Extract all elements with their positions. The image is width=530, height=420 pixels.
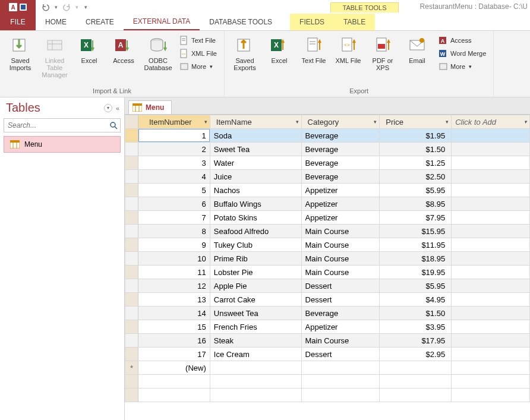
tab-create[interactable]: CREATE: [76, 14, 124, 30]
row-selector[interactable]: [125, 170, 138, 184]
table-row[interactable]: 15French FriesAppetizer$3.95: [125, 320, 530, 334]
table-row[interactable]: 2Sweet TeaBeverage$1.50: [125, 143, 530, 156]
cell-itemname[interactable]: Soda: [210, 129, 301, 143]
cell-category[interactable]: Beverage: [301, 307, 380, 320]
cell-itemname[interactable]: Sweet Tea: [210, 143, 301, 156]
cell-empty[interactable]: [452, 334, 530, 348]
cell-price[interactable]: [380, 361, 452, 375]
import-more-button[interactable]: More▾: [177, 61, 219, 72]
import-excel-button[interactable]: X Excel: [72, 33, 106, 67]
cell-category[interactable]: Appetizer: [301, 197, 380, 211]
cell-itemnumber[interactable]: 11: [138, 266, 210, 279]
tab-table[interactable]: TABLE: [334, 14, 375, 30]
cell-empty[interactable]: [452, 307, 530, 320]
export-pdf-xps-button[interactable]: PDF or XPS: [366, 33, 399, 74]
tab-file[interactable]: FILE: [0, 14, 36, 30]
cell-category[interactable]: Main Course: [301, 225, 380, 238]
cell-itemnumber[interactable]: (New): [138, 361, 210, 375]
table-row[interactable]: 12Apple PieDessert$5.95: [125, 279, 530, 293]
cell-itemnumber[interactable]: 17: [138, 348, 210, 361]
table-row[interactable]: 17Ice CreamDessert$2.95: [125, 348, 530, 361]
row-selector[interactable]: [125, 320, 138, 334]
cell-itemname[interactable]: Apple Pie: [210, 279, 301, 293]
row-selector[interactable]: [125, 252, 138, 266]
search-icon[interactable]: [107, 119, 120, 132]
column-header-price[interactable]: Price▾: [380, 115, 452, 129]
column-header-itemnumber[interactable]: ItemNumber▾: [138, 115, 210, 129]
table-row[interactable]: 6Buffalo WingsAppetizer$8.95: [125, 197, 530, 211]
nav-filter-icon[interactable]: ▾: [104, 104, 112, 112]
cell-category[interactable]: Appetizer: [301, 184, 380, 197]
row-selector[interactable]: [125, 293, 138, 307]
tab-fields[interactable]: FIELDS: [290, 14, 334, 30]
nav-pane-title[interactable]: Tables: [6, 101, 40, 115]
row-selector[interactable]: [125, 143, 138, 156]
column-dropdown-icon[interactable]: ▾: [374, 119, 377, 125]
cell-itemnumber[interactable]: 1: [138, 129, 210, 143]
table-row[interactable]: 1SodaBeverage$1.95: [125, 129, 530, 143]
cell-price[interactable]: $1.50: [380, 307, 452, 320]
cell-category[interactable]: Dessert: [301, 293, 380, 307]
cell-itemname[interactable]: Carrot Cake: [210, 293, 301, 307]
export-word-merge-button[interactable]: W Word Merge: [436, 48, 488, 59]
row-selector[interactable]: [125, 156, 138, 170]
cell-itemname[interactable]: Lobster Pie: [210, 266, 301, 279]
table-row[interactable]: 14Unsweet TeaBeverage$1.50: [125, 307, 530, 320]
row-selector[interactable]: [125, 334, 138, 348]
table-row[interactable]: 8Seafood AlfredoMain Course$15.95: [125, 225, 530, 238]
cell-category[interactable]: Beverage: [301, 143, 380, 156]
saved-exports-button[interactable]: Saved Exports: [228, 33, 261, 74]
cell-category[interactable]: Main Course: [301, 252, 380, 266]
cell-empty[interactable]: [452, 361, 530, 375]
row-selector[interactable]: [125, 266, 138, 279]
tab-home[interactable]: HOME: [36, 14, 76, 30]
undo-dropdown-icon[interactable]: ▾: [55, 4, 58, 10]
cell-itemname[interactable]: Unsweet Tea: [210, 307, 301, 320]
nav-search-input[interactable]: [4, 119, 107, 131]
table-row[interactable]: 5NachosAppetizer$5.95: [125, 184, 530, 197]
cell-empty[interactable]: [452, 225, 530, 238]
cell-itemnumber[interactable]: 12: [138, 279, 210, 293]
row-selector[interactable]: [125, 238, 138, 252]
cell-empty[interactable]: [452, 266, 530, 279]
cell-itemname[interactable]: Nachos: [210, 184, 301, 197]
cell-category[interactable]: Appetizer: [301, 211, 380, 225]
export-email-button[interactable]: Email: [400, 33, 434, 67]
new-row[interactable]: *(New): [125, 361, 530, 375]
export-more-button[interactable]: More▾: [436, 61, 488, 72]
cell-empty[interactable]: [452, 320, 530, 334]
row-selector[interactable]: [125, 129, 138, 143]
import-access-button[interactable]: A Access: [107, 33, 140, 67]
cell-itemname[interactable]: Tukey Club: [210, 238, 301, 252]
table-row[interactable]: 13Carrot CakeDessert$4.95: [125, 293, 530, 307]
import-text-file-button[interactable]: Text File: [177, 34, 219, 46]
cell-empty[interactable]: [452, 129, 530, 143]
cell-itemnumber[interactable]: 16: [138, 334, 210, 348]
nav-item-menu[interactable]: Menu: [4, 136, 121, 153]
cell-category[interactable]: Beverage: [301, 129, 380, 143]
row-selector[interactable]: [125, 307, 138, 320]
table-row[interactable]: 3WaterBeverage$1.25: [125, 156, 530, 170]
row-selector[interactable]: [125, 225, 138, 238]
cell-itemname[interactable]: Seafood Alfredo: [210, 225, 301, 238]
cell-price[interactable]: $5.95: [380, 184, 452, 197]
cell-price[interactable]: $19.95: [380, 266, 452, 279]
redo-dropdown-icon[interactable]: ▾: [75, 4, 78, 10]
cell-empty[interactable]: [452, 348, 530, 361]
cell-itemnumber[interactable]: 9: [138, 238, 210, 252]
save-icon[interactable]: [20, 4, 27, 11]
cell-empty[interactable]: [452, 170, 530, 184]
cell-itemnumber[interactable]: 15: [138, 320, 210, 334]
export-access-button[interactable]: A Access: [436, 34, 488, 46]
cell-itemnumber[interactable]: 4: [138, 170, 210, 184]
cell-itemnumber[interactable]: 14: [138, 307, 210, 320]
row-selector[interactable]: [125, 197, 138, 211]
cell-category[interactable]: Dessert: [301, 279, 380, 293]
table-row[interactable]: 11Lobster PieMain Course$19.95: [125, 266, 530, 279]
cell-price[interactable]: $3.95: [380, 320, 452, 334]
cell-empty[interactable]: [452, 252, 530, 266]
cell-price[interactable]: $1.50: [380, 143, 452, 156]
cell-category[interactable]: Dessert: [301, 348, 380, 361]
cell-itemname[interactable]: Ice Cream: [210, 348, 301, 361]
cell-category[interactable]: Beverage: [301, 156, 380, 170]
